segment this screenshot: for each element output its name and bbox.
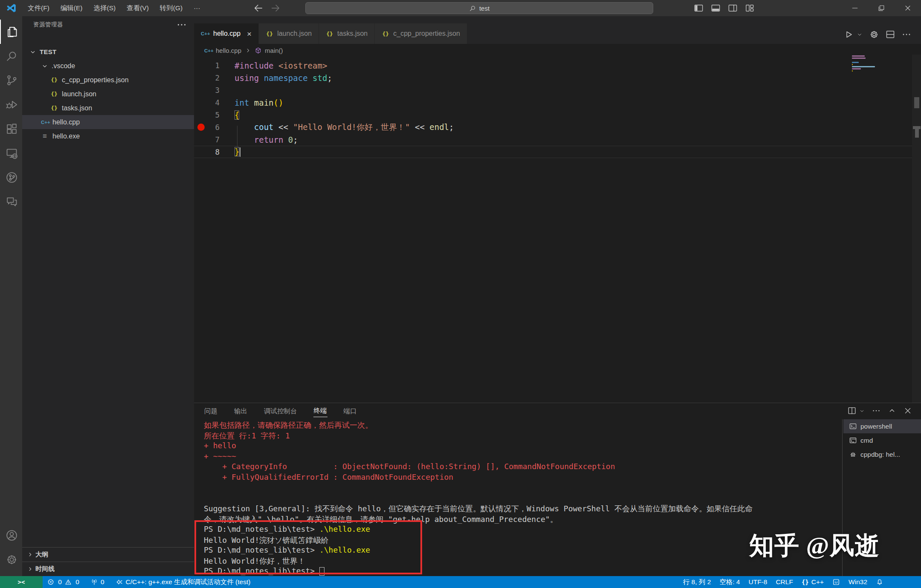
ports-status[interactable]: 0 bbox=[86, 576, 109, 588]
run-dropdown-chevron-icon[interactable] bbox=[856, 31, 863, 38]
activity-comments[interactable] bbox=[0, 190, 22, 214]
terminal-line: + hello bbox=[204, 441, 841, 452]
toggle-secondary-sidebar-icon[interactable] bbox=[728, 3, 738, 13]
breadcrumb-file[interactable]: hello.cpp bbox=[216, 47, 241, 54]
code-editor[interactable]: 1#include <iostream>2using namespace std… bbox=[194, 57, 921, 158]
toggle-sidebar-icon[interactable] bbox=[694, 3, 704, 13]
run-button-icon[interactable] bbox=[843, 29, 854, 40]
close-icon[interactable]: × bbox=[247, 30, 252, 38]
minimize-button[interactable] bbox=[842, 0, 868, 16]
line-number[interactable]: 7 bbox=[194, 135, 220, 144]
close-icon bbox=[904, 4, 912, 12]
panel-tab-terminal[interactable]: 终端 bbox=[313, 405, 327, 417]
tree-item-launch-json[interactable]: {}launch.json bbox=[22, 87, 194, 101]
eol-status[interactable]: CRLF bbox=[771, 578, 797, 586]
code-line-4[interactable]: 4int main() bbox=[194, 96, 921, 109]
cursor-position-status[interactable]: 行 8, 列 2 bbox=[679, 578, 715, 587]
more-actions-icon[interactable] bbox=[872, 406, 881, 415]
activity-gitlens[interactable] bbox=[0, 165, 22, 190]
panel-tab-output[interactable]: 输出 bbox=[234, 406, 248, 417]
cpp-file-icon: C++ bbox=[201, 31, 209, 36]
tree-item-hello-exe[interactable]: ≡hello.exe bbox=[22, 129, 194, 143]
nav-back-icon[interactable] bbox=[252, 2, 264, 14]
terminal-session-powershell[interactable]: powershell bbox=[843, 419, 921, 433]
menu-selection[interactable]: 选择(S) bbox=[88, 0, 121, 16]
activity-explorer[interactable] bbox=[0, 20, 22, 44]
menu-edit[interactable]: 编辑(E) bbox=[55, 0, 88, 16]
line-number[interactable]: 4 bbox=[194, 98, 220, 107]
activity-source-control[interactable] bbox=[0, 68, 22, 92]
tree-item--vscode[interactable]: .vscode bbox=[22, 59, 194, 73]
code-line-8[interactable]: 8} bbox=[194, 146, 921, 158]
line-number[interactable]: 1 bbox=[194, 61, 220, 70]
menu-view[interactable]: 查看(V) bbox=[121, 0, 154, 16]
terminal-session-cppdbg-hel-[interactable]: cppdbg: hel... bbox=[843, 447, 921, 461]
terminal-output[interactable]: 如果包括路径，请确保路径正确，然后再试一次。所在位置 行:1 字符: 1+ he… bbox=[204, 420, 841, 577]
code-line-5[interactable]: 5{ bbox=[194, 109, 921, 121]
tab-c-cpp-properties-json[interactable]: {}c_cpp_properties.json bbox=[375, 23, 467, 44]
launch-profile-chevron-icon[interactable] bbox=[859, 408, 865, 414]
panel-tab-problems[interactable]: 问题 bbox=[204, 406, 218, 417]
code-line-3[interactable]: 3 bbox=[194, 84, 921, 96]
activity-run-debug[interactable] bbox=[0, 92, 22, 117]
tab-tasks-json[interactable]: {}tasks.json bbox=[319, 23, 375, 44]
timeline-section[interactable]: 时间线 bbox=[22, 562, 194, 576]
cpp-build-task-status[interactable]: C/C++: g++.exe 生成和调试活动文件 (test) bbox=[111, 576, 255, 588]
code-line-7[interactable]: 7 return 0; bbox=[194, 133, 921, 146]
tree-item-c-cpp-properties-json[interactable]: {}c_cpp_properties.json bbox=[22, 73, 194, 87]
restore-button[interactable] bbox=[868, 0, 895, 16]
toggle-panel-icon[interactable] bbox=[711, 3, 721, 13]
close-panel-icon[interactable] bbox=[903, 406, 912, 415]
split-editor-icon[interactable] bbox=[885, 29, 895, 40]
indentation-status[interactable]: 空格: 4 bbox=[715, 578, 744, 587]
cpp-file-icon: C++ bbox=[204, 48, 213, 53]
tree-item-hello-cpp[interactable]: C++hello.cpp bbox=[22, 115, 194, 129]
language-status[interactable]: {}C++ bbox=[797, 578, 828, 586]
nav-forward-icon[interactable] bbox=[269, 2, 281, 14]
notifications-button[interactable] bbox=[872, 578, 888, 586]
breakpoint-dot[interactable] bbox=[197, 124, 205, 131]
tree-item-test[interactable]: TEST bbox=[22, 45, 194, 59]
breadcrumb-symbol[interactable]: main() bbox=[265, 47, 283, 54]
menu-more[interactable]: ··· bbox=[188, 0, 206, 16]
feedback-button[interactable] bbox=[828, 578, 844, 586]
code-line-6[interactable]: 6 cout << "Hello World!你好，世界！" << endl; bbox=[194, 121, 921, 133]
problems-status[interactable]: 0 0 bbox=[43, 576, 84, 588]
activity-extensions[interactable] bbox=[0, 117, 22, 141]
gear-icon[interactable] bbox=[869, 29, 879, 40]
customize-layout-icon[interactable] bbox=[745, 3, 755, 13]
code-line-2[interactable]: 2using namespace std; bbox=[194, 72, 921, 84]
split-terminal-icon[interactable] bbox=[847, 406, 857, 415]
minimap[interactable] bbox=[852, 55, 877, 72]
line-number[interactable]: 8 bbox=[194, 148, 220, 156]
outline-section[interactable]: 大纲 bbox=[22, 547, 194, 562]
terminal-line: 所在位置 行:1 字符: 1 bbox=[204, 431, 841, 441]
arch-status[interactable]: Win32 bbox=[844, 578, 872, 586]
activity-search[interactable] bbox=[0, 44, 22, 68]
code-line-1[interactable]: 1#include <iostream> bbox=[194, 59, 921, 72]
menu-file[interactable]: 文件(F) bbox=[22, 0, 55, 16]
maximize-panel-icon[interactable] bbox=[887, 406, 897, 415]
panel-tab-debug-console[interactable]: 调试控制台 bbox=[264, 406, 298, 417]
terminal-session-cmd[interactable]: cmd bbox=[843, 433, 921, 447]
breadcrumb[interactable]: C++ hello.cpp main() bbox=[194, 44, 921, 57]
line-number[interactable]: 3 bbox=[194, 86, 220, 95]
tab-launch-json[interactable]: {}launch.json bbox=[259, 23, 319, 44]
more-actions-icon[interactable] bbox=[176, 19, 187, 30]
close-button[interactable] bbox=[895, 0, 921, 16]
search-input[interactable]: test bbox=[305, 2, 653, 14]
menu-go[interactable]: 转到(G) bbox=[154, 0, 188, 16]
more-actions-icon[interactable] bbox=[901, 29, 912, 40]
activity-remote-explorer[interactable] bbox=[0, 141, 22, 165]
encoding-status[interactable]: UTF-8 bbox=[744, 578, 771, 586]
activity-settings[interactable] bbox=[0, 548, 22, 572]
minimap-line bbox=[852, 58, 866, 59]
panel-tab-ports[interactable]: 端口 bbox=[343, 406, 357, 417]
line-number[interactable]: 2 bbox=[194, 74, 220, 82]
line-number[interactable]: 5 bbox=[194, 111, 220, 119]
activity-account[interactable] bbox=[0, 523, 22, 548]
remote-indicator[interactable]: >< bbox=[0, 576, 43, 588]
tab-hello-cpp[interactable]: C++hello.cpp× bbox=[194, 23, 259, 44]
tree-item-tasks-json[interactable]: {}tasks.json bbox=[22, 101, 194, 115]
titlebar-menus: 文件(F)编辑(E)选择(S)查看(V)转到(G)··· bbox=[22, 0, 206, 16]
